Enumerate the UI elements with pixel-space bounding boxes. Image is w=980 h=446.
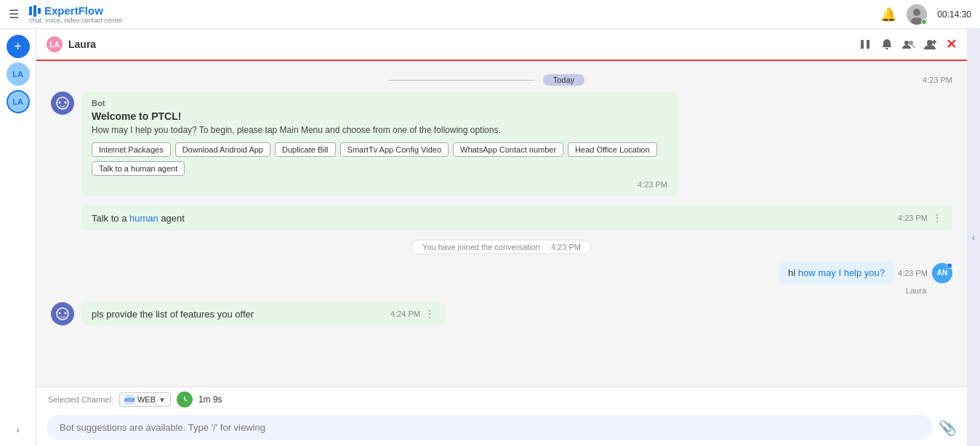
welcome-text: How may I help you today? To begin, plea… <box>92 125 667 135</box>
right-panel-toggle[interactable]: ‹ <box>967 29 980 446</box>
chip-smarttv[interactable]: SmartTv App Config Video <box>340 142 449 157</box>
user-status-dot: i <box>947 263 952 269</box>
user-avatar-sm: AN i <box>932 263 952 283</box>
sidebar-bottom: › <box>9 421 27 439</box>
system-message: You have joined the conversation : 4:23 … <box>51 240 952 254</box>
bot-avatar-icon <box>51 92 74 115</box>
user-avatar[interactable] <box>907 4 927 25</box>
chat-wrapper: LA Laura ✕ <box>36 29 967 446</box>
new-chat-button[interactable]: + <box>7 35 30 58</box>
channel-timer: 1m 9s <box>198 394 222 405</box>
svg-point-14 <box>59 102 61 104</box>
bot2-avatar-icon <box>51 302 74 325</box>
bot-chips: Internet Packages Download Android App D… <box>92 142 667 176</box>
user-name-label: Laura <box>906 286 952 295</box>
sidebar-avatar-1[interactable]: LA <box>7 62 30 86</box>
chevron-left-icon: ‹ <box>972 232 975 243</box>
bot2-time-row: 4:24 PM ⋮ <box>390 308 435 320</box>
system-bubble: You have joined the conversation : 4:23 … <box>411 240 592 254</box>
bot2-more-icon[interactable]: ⋮ <box>425 308 435 320</box>
bot-second-message: pls provide the list of features you off… <box>51 302 952 325</box>
date-label: Today <box>543 74 585 86</box>
top-nav: ☰ ExpertFlow chat, voice, video contact … <box>0 0 980 29</box>
chat-messages[interactable]: Today 4:23 PM Bot Welcome to PTCL! How m… <box>36 61 967 386</box>
attach-icon[interactable]: 📎 <box>939 419 957 437</box>
plus-icon: + <box>14 39 22 54</box>
user-msg-time: 4:23 PM <box>898 269 928 277</box>
svg-text:WEB: WEB <box>124 397 134 402</box>
chip-head-office[interactable]: Head Office Location <box>568 142 657 157</box>
svg-point-20 <box>65 312 67 315</box>
main-layout: + LA LA › LA Laura <box>0 29 980 446</box>
contact-name: Laura <box>68 38 96 50</box>
close-chat-button[interactable]: ✕ <box>946 36 957 52</box>
left-sidebar: + LA LA › <box>0 29 36 446</box>
notification-bell-icon[interactable]: 🔔 <box>880 7 896 23</box>
input-row: 📎 <box>36 410 967 446</box>
svg-point-13 <box>57 97 68 109</box>
svg-point-4 <box>913 9 920 16</box>
svg-rect-2 <box>38 8 41 14</box>
svg-point-9 <box>909 41 913 45</box>
svg-point-19 <box>59 312 61 315</box>
svg-point-18 <box>57 308 68 320</box>
logo-subtitle: chat, voice, video contact center <box>29 17 123 24</box>
message-input[interactable] <box>47 415 933 440</box>
svg-text:i: i <box>949 264 949 267</box>
bot-welcome-message: Bot Welcome to PTCL! How may I help you … <box>51 92 952 196</box>
chat-header: LA Laura ✕ <box>36 29 967 61</box>
svg-point-10 <box>927 40 933 46</box>
hamburger-icon[interactable]: ☰ <box>9 7 19 21</box>
add-user-button[interactable] <box>924 38 937 51</box>
pause-button[interactable] <box>859 38 872 51</box>
bot-bubble: Bot Welcome to PTCL! How may I help you … <box>81 92 678 196</box>
chip-whatsapp[interactable]: WhatsApp Contact number <box>453 142 563 157</box>
svg-rect-6 <box>861 40 864 49</box>
contact-badge: LA <box>47 36 63 52</box>
timer-badge <box>177 392 193 408</box>
bot-label: Bot <box>92 99 667 108</box>
topnav-right: 🔔 00:14:30 <box>880 4 971 25</box>
channel-name: WEB <box>137 395 156 404</box>
channel-dropdown-icon: ▼ <box>158 396 166 404</box>
svg-rect-1 <box>33 5 36 17</box>
chip-duplicate-bill[interactable]: Duplicate Bill <box>275 142 336 157</box>
sidebar-avatar-2[interactable]: LA <box>7 90 30 113</box>
bot2-text: pls provide the list of features you off… <box>92 309 254 320</box>
svg-point-8 <box>904 41 909 45</box>
chip-human-agent[interactable]: Talk to a human agent <box>92 161 185 176</box>
svg-rect-0 <box>29 7 32 15</box>
notification-button[interactable] <box>880 38 893 51</box>
channel-label: Selected Channel: <box>48 395 113 404</box>
more-options-icon[interactable]: ⋮ <box>932 212 942 224</box>
welcome-title: Welcome to PTCL! <box>92 110 667 122</box>
chat-header-actions: ✕ <box>859 36 957 52</box>
session-timer: 00:14:30 <box>937 9 971 20</box>
chip-download-android[interactable]: Download Android App <box>175 142 270 157</box>
date-divider: Today 4:23 PM <box>51 74 952 86</box>
chat-bottom: Selected Channel: WEB WEB ▼ 1m 9s 📎 <box>36 386 967 446</box>
bot-msg-time: 4:23 PM <box>92 180 667 189</box>
sidebar-expand-icon[interactable]: › <box>9 421 27 439</box>
team-button[interactable] <box>902 38 915 51</box>
channel-select[interactable]: WEB WEB ▼ <box>119 392 171 407</box>
svg-rect-7 <box>867 40 869 49</box>
channel-bar: Selected Channel: WEB WEB ▼ 1m 9s <box>36 387 967 410</box>
talk-agent-time-row: 4:23 PM ⋮ <box>898 212 942 224</box>
svg-point-15 <box>65 102 67 104</box>
talk-agent-text: Talk to a human agent <box>92 213 185 224</box>
logo: ExpertFlow chat, voice, video contact ce… <box>29 4 123 24</box>
online-status-dot <box>921 19 927 25</box>
logo-main: ExpertFlow <box>29 4 123 17</box>
user-message-text: hi how may I help you? <box>788 267 885 278</box>
talk-agent-message: Talk to a human agent 4:23 PM ⋮ <box>81 205 952 231</box>
bot2-bubble: pls provide the list of features you off… <box>81 302 445 325</box>
chip-internet-packages[interactable]: Internet Packages <box>92 142 171 157</box>
date-timestamp: 4:23 PM <box>923 76 952 84</box>
user-bubble: hi how may I help you? <box>779 261 893 284</box>
user-message-row: hi how may I help you? 4:23 PM AN i <box>51 261 952 295</box>
